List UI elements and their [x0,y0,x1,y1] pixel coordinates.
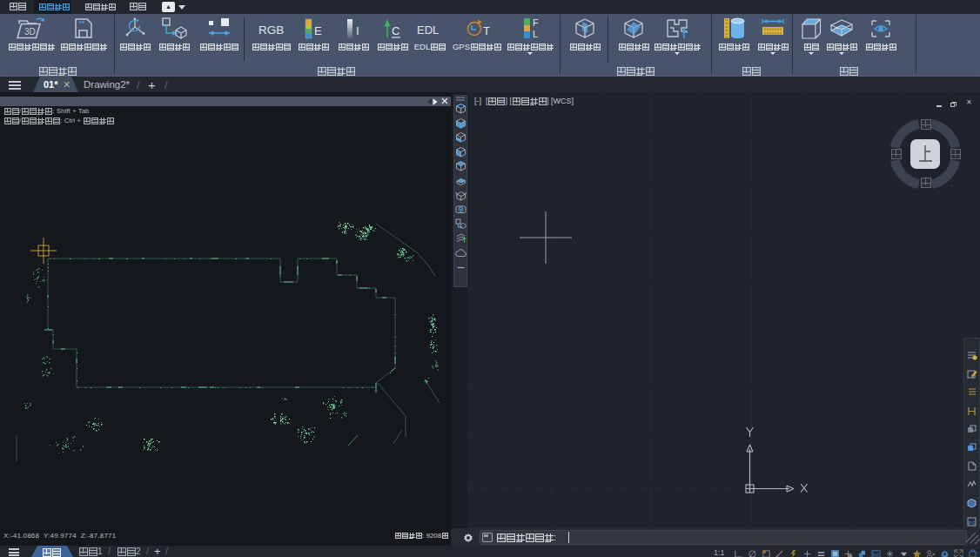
svg-text:3D: 3D [24,26,36,36]
svg-text:RGB: RGB [258,23,284,37]
svg-text:L: L [533,29,538,39]
svg-text:T: T [483,24,490,37]
svg-text:EDL: EDL [417,23,439,37]
svg-text:C: C [392,24,399,37]
svg-text:bd: bd [873,552,878,557]
svg-text:PG: PG [969,520,977,526]
svg-text:F: F [533,17,539,28]
svg-text:I: I [356,24,359,37]
svg-text:E: E [314,24,322,37]
